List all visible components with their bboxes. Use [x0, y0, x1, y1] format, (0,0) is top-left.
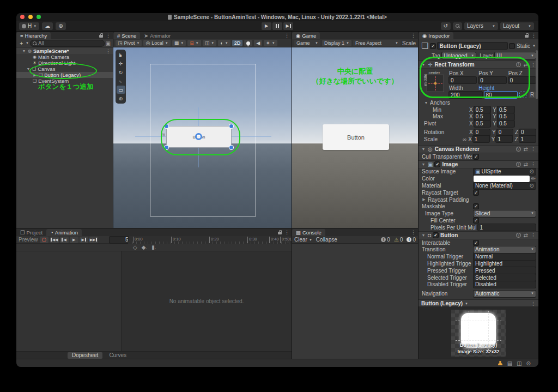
- pressed-trigger-field[interactable]: Pressed: [474, 267, 536, 274]
- console-log-area[interactable]: [292, 244, 418, 359]
- anchors-foldout[interactable]: ▼Anchors: [418, 99, 538, 106]
- chevron-down-icon[interactable]: ▼: [309, 238, 312, 242]
- eyedropper-icon[interactable]: ✏: [531, 176, 536, 182]
- gameobject-cube-icon[interactable]: ❏: [421, 41, 428, 51]
- kebab-menu-icon[interactable]: ⋮: [411, 33, 416, 38]
- help-icon[interactable]: ?: [516, 62, 521, 67]
- tab-animator[interactable]: ➤Animator: [140, 32, 174, 39]
- play-button[interactable]: ▶: [262, 22, 271, 30]
- scale-tool-button[interactable]: ⇔: [117, 77, 125, 85]
- anchor-max-y-field[interactable]: 0.5: [498, 113, 514, 120]
- hierarchy-item-directional-light[interactable]: ☀Directional Light: [16, 60, 113, 66]
- resize-handle[interactable]: [165, 124, 168, 128]
- kebab-menu-icon[interactable]: ⋮: [411, 230, 416, 235]
- inspector-scrollbar[interactable]: [536, 50, 538, 99]
- clear-button[interactable]: Clear: [294, 237, 307, 243]
- object-picker-icon[interactable]: ⊙: [530, 168, 534, 174]
- tab-scene[interactable]: #Scene: [113, 32, 140, 39]
- anchor-preset-widget[interactable]: center middle: [423, 70, 446, 98]
- search-button[interactable]: [453, 22, 462, 30]
- height-field[interactable]: 80: [484, 92, 518, 98]
- resize-handle[interactable]: [229, 124, 233, 128]
- raycast-target-checkbox[interactable]: ✓: [474, 190, 478, 195]
- button-enabled-checkbox[interactable]: ✓: [433, 233, 438, 238]
- transition-dropdown[interactable]: Animation▼: [474, 246, 536, 253]
- tool-handle-dropdown[interactable]: ◫▼: [203, 40, 216, 46]
- preset-icon[interactable]: ⇄: [524, 161, 528, 167]
- help-icon[interactable]: ?: [516, 162, 521, 167]
- effects-dropdown[interactable]: ✶▼: [264, 40, 277, 46]
- image-header[interactable]: ▼▣ ✓ Image ?⇄⋮: [418, 160, 538, 168]
- tab-animation[interactable]: ◔Animation: [46, 229, 82, 236]
- foldout-closed-icon[interactable]: ▶: [33, 73, 37, 77]
- display-dropdown[interactable]: Display 1▼: [322, 40, 351, 46]
- layers-dropdown[interactable]: Layers▼: [464, 22, 498, 30]
- hand-tool-button[interactable]: ☛: [117, 51, 125, 59]
- transform-tool-button[interactable]: ⊕: [117, 94, 125, 102]
- 2d-toggle[interactable]: 2D: [232, 40, 243, 46]
- hierarchy-item-button-legacy[interactable]: ▶❏Button (Legacy): [16, 72, 113, 78]
- audio-toggle[interactable]: ◀: [254, 40, 262, 46]
- image-type-dropdown[interactable]: Sliced▼: [474, 210, 536, 217]
- pivot-y-field[interactable]: 0.5: [498, 120, 514, 127]
- pivot-x-field[interactable]: 0.5: [474, 120, 491, 127]
- pos-x-field[interactable]: 0: [449, 77, 476, 83]
- tab-game[interactable]: ◉Game: [292, 32, 320, 39]
- collab-person-icon[interactable]: [498, 361, 503, 366]
- rect-tool-button[interactable]: ▭: [117, 86, 125, 94]
- anchor-min-y-field[interactable]: 0.5: [498, 106, 514, 113]
- lock-icon[interactable]: [99, 35, 103, 38]
- scale-x-field[interactable]: 1: [473, 136, 489, 142]
- scale-y-field[interactable]: 1: [496, 136, 512, 142]
- game-mode-dropdown[interactable]: Game▼: [294, 40, 320, 46]
- pos-y-field[interactable]: 0: [478, 77, 506, 83]
- kebab-menu-icon[interactable]: ⋮: [531, 232, 536, 238]
- rect-transform-header[interactable]: ▼ ✛ Rect Transform ?⇄⋮: [418, 61, 538, 69]
- hierarchy-item-main-camera[interactable]: ◉Main Camera: [16, 54, 113, 60]
- canvas-renderer-header[interactable]: ▼◎ Canvas Renderer ?⇄⋮: [418, 145, 538, 153]
- info-count-badge[interactable]: !0: [381, 237, 390, 243]
- frame-field[interactable]: 5: [110, 237, 130, 243]
- help-icon[interactable]: ?: [516, 233, 521, 238]
- first-key-button[interactable]: ◀◀: [50, 237, 59, 243]
- add-object-button[interactable]: ＋: [19, 39, 24, 47]
- fill-center-checkbox[interactable]: ✓: [474, 218, 478, 223]
- lock-icon[interactable]: [278, 232, 282, 234]
- highlighted-trigger-field[interactable]: Highlighted: [474, 261, 536, 267]
- snap-dropdown[interactable]: ⊞▼: [187, 40, 201, 46]
- resize-handle[interactable]: [229, 146, 233, 149]
- hierarchy-item-canvas[interactable]: ▼❏Canvas: [16, 66, 113, 72]
- tab-inspector[interactable]: ◉Inspector: [418, 32, 453, 39]
- object-picker-icon[interactable]: ⊙: [530, 183, 534, 189]
- pause-button[interactable]: [272, 22, 282, 30]
- foldout-open-icon[interactable]: ▼: [22, 49, 26, 53]
- link-icon[interactable]: ∞: [463, 136, 466, 142]
- tab-console[interactable]: ▤Console: [292, 229, 325, 236]
- rotate-tool-button[interactable]: ↻: [117, 68, 125, 76]
- selected-trigger-field[interactable]: Selected: [474, 274, 536, 281]
- scene-picker-icon[interactable]: ▣: [106, 40, 111, 46]
- rotation-y-field[interactable]: 0: [497, 129, 513, 136]
- tab-dopesheet[interactable]: Dopesheet: [68, 352, 102, 359]
- preset-icon[interactable]: ⇄: [524, 62, 528, 68]
- cloud-button[interactable]: ☁: [42, 22, 53, 30]
- lighting-toggle[interactable]: [244, 40, 252, 46]
- color-swatch[interactable]: [474, 176, 530, 182]
- kebab-menu-icon[interactable]: ⋮: [106, 33, 111, 38]
- chevron-down-icon[interactable]: ▼: [532, 44, 536, 47]
- cull-transparent-checkbox[interactable]: ✓: [474, 154, 478, 159]
- chevron-down-icon[interactable]: ▼: [26, 41, 29, 45]
- kebab-menu-icon[interactable]: ⋮: [531, 33, 536, 38]
- raw-edit-mode-button[interactable]: R: [529, 92, 536, 98]
- anchor-max-x-field[interactable]: 0.5: [474, 113, 491, 120]
- move-tool-button[interactable]: ✛: [117, 59, 125, 68]
- tab-curves[interactable]: Curves: [109, 352, 126, 358]
- tab-hierarchy[interactable]: ≡Hierarchy: [16, 32, 51, 39]
- pos-z-field[interactable]: 0: [508, 77, 536, 83]
- cache-server-icon[interactable]: ◫: [517, 360, 521, 366]
- layout-dropdown[interactable]: Layout▼: [500, 22, 534, 30]
- preview-toggle[interactable]: Preview: [19, 237, 38, 243]
- kebab-menu-icon[interactable]: ⋮: [284, 230, 289, 235]
- tag-dropdown[interactable]: Untagged▼: [442, 52, 476, 59]
- rotation-x-field[interactable]: 0: [474, 129, 490, 136]
